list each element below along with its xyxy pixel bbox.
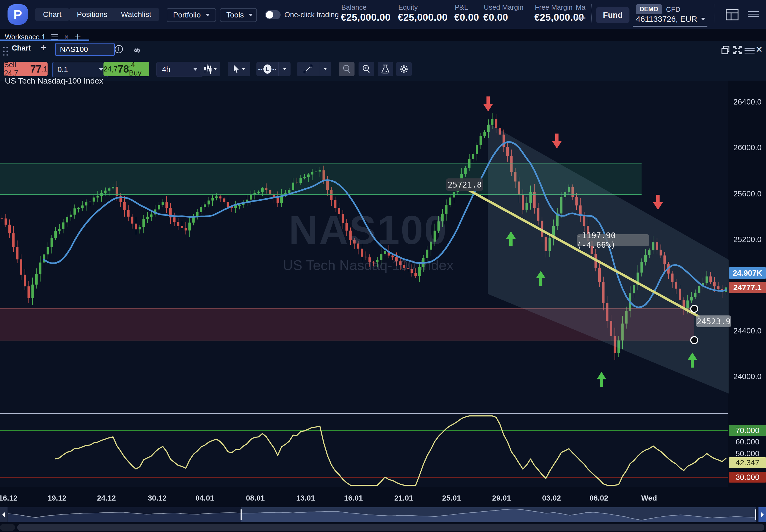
date-tick-label: 25.01 [442,494,461,502]
date-tick-label: 13.01 [296,494,315,502]
date-tick-label: 16.12 [0,494,17,502]
date-tick-label: 30.12 [148,494,167,502]
date-tick-label: 08.01 [246,494,265,502]
date-tick-label: 04.01 [195,494,214,502]
rsi-level-label: 70.000 [729,425,766,436]
trading-app: P Chart Positions Watchlist Portfolio To… [0,0,766,532]
price-tick-label: 24000.0 [729,372,766,381]
price-tick-label: 26000.0 [729,143,766,152]
rsi-level-label: 42.347 [729,457,766,468]
rsi-level-label: 30.000 [729,472,766,483]
ma-value-badge: 24.907K [729,267,766,279]
watermark-name: US Tech Nasdaq-100 Index [242,257,495,273]
chart-watermark: NAS100 US Tech Nasdaq-100 Index [242,207,495,273]
trendline-end-price-label[interactable]: 24523.9 [696,315,731,327]
date-tick-label: 06.02 [589,494,608,502]
instrument-title: US Tech Nasdaq-100 Index [5,76,103,85]
trendline-change-label[interactable]: -1197.90 (-4.66%) [577,234,649,246]
date-tick-label: 21.01 [394,494,413,502]
date-tick-label: 24.12 [97,494,116,502]
rsi-level-label: 50.000 [729,449,766,458]
watermark-symbol: NAS100 [242,207,495,253]
date-tick-label: 29.01 [492,494,511,502]
price-tick-label: 25600.0 [729,189,766,198]
date-tick-label: Wed [641,494,657,502]
last-price-badge: 24777.1 [729,282,766,293]
price-tick-label: 24400.0 [729,326,766,335]
price-tick-label: 25200.0 [729,235,766,244]
rsi-level-label: 60.000 [729,437,766,446]
price-tick-label: 26400.0 [729,98,766,106]
trendline-start-price-label[interactable]: 25721.8 [446,178,483,191]
date-tick-label: 19.12 [48,494,66,502]
date-tick-label: 16.01 [344,494,363,502]
date-tick-label: 03.02 [542,494,561,502]
